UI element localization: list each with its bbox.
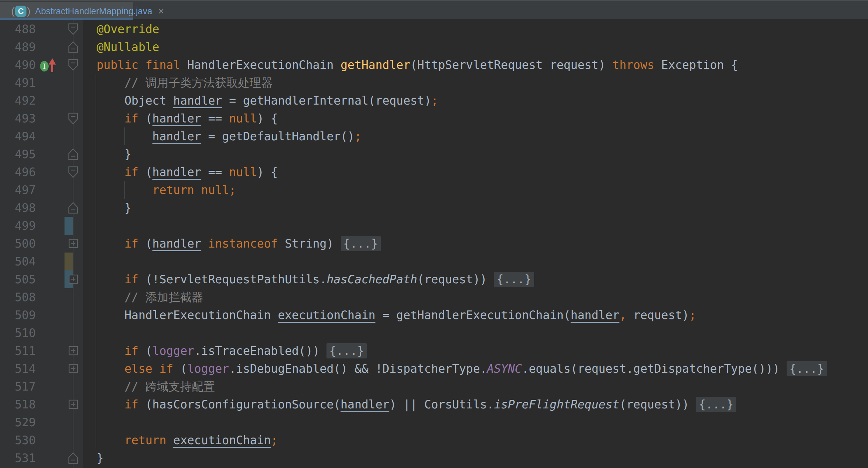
code-token: HandlerExecutionChain <box>124 309 278 322</box>
code-text: @Nullable <box>97 38 159 56</box>
code-token: if <box>124 398 138 411</box>
code-line-517: 517 // 跨域支持配置 <box>0 378 868 396</box>
fold-open-top-icon[interactable] <box>67 58 79 71</box>
fold-open-bottom-icon[interactable] <box>67 148 79 161</box>
line-number: 491 <box>0 74 36 92</box>
folded-code-placeholder[interactable]: {...} <box>696 397 736 412</box>
fold-collapsed-icon[interactable] <box>67 344 79 357</box>
fold-collapsed-icon[interactable] <box>67 273 79 286</box>
fold-open-top-icon[interactable] <box>67 23 79 36</box>
code-token: // 跨域支持配置 <box>124 380 215 393</box>
code-token: (!ServletRequestPathUtils. <box>138 273 327 286</box>
code-token: null <box>229 112 257 125</box>
fold-open-bottom-icon[interactable] <box>67 201 79 214</box>
code-token: if <box>124 237 138 250</box>
code-token: Object <box>124 94 173 107</box>
code-token: null <box>229 166 257 179</box>
line-number: 495 <box>0 145 36 163</box>
code-token: HandlerExecutionChain <box>180 58 341 71</box>
fold-open-bottom-icon[interactable] <box>67 451 79 465</box>
fold-collapsed-icon[interactable] <box>67 237 79 250</box>
code-token: ( <box>138 112 152 125</box>
code-text: } <box>97 199 131 217</box>
code-line-491: 491 // 调用子类方法获取处理器 <box>0 74 868 92</box>
line-number: 498 <box>0 199 36 217</box>
java-class-icon-paren-left: ( <box>11 6 14 17</box>
code-token: } <box>124 201 131 214</box>
code-line-490: 490Ipublic final HandlerExecutionChain g… <box>0 56 868 74</box>
fold-open-top-icon[interactable] <box>67 166 79 179</box>
code-text: return null; <box>97 181 236 199</box>
folded-code-placeholder[interactable]: {...} <box>494 272 534 287</box>
code-text: handler = getDefaultHandler(); <box>97 127 362 145</box>
code-text: // 添加拦截器 <box>97 288 204 306</box>
code-token: = getHandlerExecutionChain( <box>375 309 570 322</box>
line-number: 531 <box>0 449 36 467</box>
code-token: (hasCorsConfigurationSource( <box>138 398 340 411</box>
code-text: } <box>97 449 103 467</box>
line-number: 508 <box>0 288 36 306</box>
code-line-498: 498 } <box>0 199 868 217</box>
code-token: logger <box>187 362 229 375</box>
code-line-508: 508 // 添加拦截器 <box>0 288 868 306</box>
code-token: if <box>124 112 138 125</box>
folded-code-placeholder[interactable]: {...} <box>327 343 367 358</box>
code-token: String) <box>278 237 341 250</box>
code-token: handler <box>173 94 222 107</box>
code-token: @Nullable <box>97 40 159 54</box>
code-lines: 488@Override489@Nullable490Ipublic final… <box>0 20 868 467</box>
code-text: HandlerExecutionChain executionChain = g… <box>97 306 696 324</box>
code-text: // 调用子类方法获取处理器 <box>97 74 273 92</box>
code-text: if (logger.isTraceEnabled()) {...} <box>97 342 367 360</box>
code-text: Object handler = getHandlerInternal(requ… <box>97 92 438 110</box>
code-line-493: 493 if (handler == null) { <box>0 110 868 127</box>
line-number: 497 <box>0 181 36 199</box>
tab-abstracthandlermapping-java[interactable]: (C) AbstractHandlerMapping.java × <box>0 2 133 21</box>
code-token: handler <box>570 309 620 322</box>
code-line-505: 505 if (!ServletRequestPathUtils.hasCach… <box>0 270 868 288</box>
code-token: ; <box>689 309 696 322</box>
code-token: ( <box>138 237 152 250</box>
code-line-509: 509 HandlerExecutionChain executionChain… <box>0 306 868 324</box>
code-token: // 调用子类方法获取处理器 <box>124 76 273 89</box>
line-number: 496 <box>0 163 36 181</box>
code-token: = getHandlerInternal(request) <box>222 94 431 107</box>
tab-close-icon[interactable]: × <box>158 6 164 16</box>
code-line-530: 530 return executionChain; <box>0 431 868 449</box>
code-token: logger <box>153 344 194 357</box>
code-line-499: 499 <box>0 217 868 235</box>
code-token: return <box>124 434 166 447</box>
code-text: if (handler == null) { <box>97 110 278 127</box>
fold-collapsed-icon[interactable] <box>67 398 79 411</box>
code-token: getHandler <box>341 58 410 71</box>
code-line-488: 488@Override <box>0 20 868 38</box>
overriding-method-icon[interactable]: I <box>39 58 58 73</box>
code-line-492: 492 Object handler = getHandlerInternal(… <box>0 92 868 110</box>
code-token: handler <box>153 166 202 179</box>
line-number: 490 <box>0 56 36 74</box>
folded-code-placeholder[interactable]: {...} <box>341 236 381 251</box>
code-line-511: 511 if (logger.isTraceEnabled()) {...} <box>0 342 868 360</box>
ide-window: (C) AbstractHandlerMapping.java × 488@Ov… <box>0 0 868 468</box>
fold-collapsed-icon[interactable] <box>67 362 79 375</box>
code-text: if (!ServletRequestPathUtils.hasCachedPa… <box>97 270 534 288</box>
fold-open-bottom-icon[interactable] <box>67 40 79 54</box>
line-number: 492 <box>0 92 36 110</box>
line-number: 494 <box>0 127 36 145</box>
fold-open-top-icon[interactable] <box>67 112 79 125</box>
code-token: throws <box>612 58 654 71</box>
code-editor[interactable]: 488@Override489@Nullable490Ipublic final… <box>0 20 868 468</box>
code-token: if <box>124 344 138 357</box>
code-text: if (hasCorsConfigurationSource(handler) … <box>97 396 736 413</box>
code-token: } <box>97 451 103 465</box>
vcs-change-marker[interactable] <box>64 253 73 270</box>
code-token: ( <box>138 344 152 357</box>
folded-code-placeholder[interactable]: {...} <box>786 361 827 376</box>
line-number: 510 <box>0 324 36 342</box>
code-line-500: 500 if (handler instanceof String) {...} <box>0 235 868 253</box>
code-token: executionChain <box>278 309 375 322</box>
vcs-change-marker[interactable] <box>64 217 73 235</box>
tab-title: AbstractHandlerMapping.java <box>35 6 152 17</box>
code-token <box>166 434 173 447</box>
code-token: return null; <box>153 183 236 197</box>
